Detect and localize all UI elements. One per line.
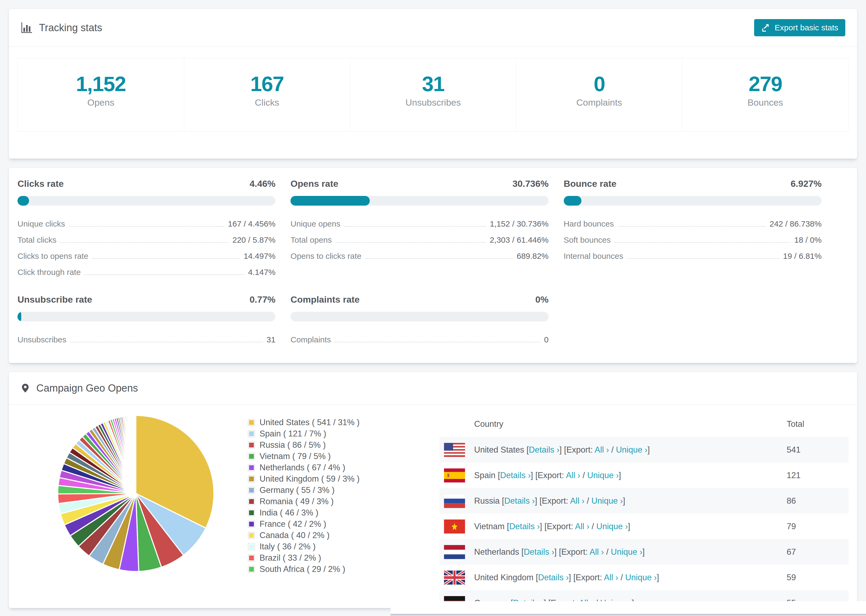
stat-unsubscribes: 31Unsubscribes [350, 58, 516, 131]
export-all-link[interactable]: All › [595, 445, 609, 454]
details-link[interactable]: Details › [524, 547, 554, 556]
stat-value-unsubscribes: 31 [350, 72, 516, 95]
metric-total-clicks: Total clicks220 / 5.87% [17, 232, 276, 248]
geo-pie-chart[interactable] [9, 405, 216, 574]
metric-soft-bounces: Soft bounces18 / 0% [564, 232, 822, 248]
metric-complaints: Complaints0 [290, 332, 548, 348]
metric-label: Clicks to opens rate [17, 251, 88, 261]
flag-vn-icon [444, 520, 465, 533]
country-cell: United Kingdom [Details ›] [Export: All … [465, 573, 787, 582]
legend-label: Spain ( 121 / 7% ) [260, 429, 326, 438]
export-all-link[interactable]: All › [566, 471, 580, 480]
metric-value: 2,303 / 61.446% [490, 236, 549, 245]
metric-unique-opens: Unique opens1,152 / 30.736% [290, 216, 548, 232]
rate-title: Unsubscribe rate [17, 294, 92, 305]
stat-label-clicks: Clicks [184, 97, 350, 108]
metric-value: 31 [266, 335, 276, 344]
metric-unsubscribes: Unsubscribes31 [17, 332, 276, 348]
legend-swatch [248, 498, 255, 505]
legend-label: Germany ( 55 / 3% ) [260, 486, 335, 494]
tracking-stats-title: Tracking stats [39, 22, 102, 34]
metric-label: Unsubscribes [17, 335, 66, 344]
country-cell: Spain [Details ›] [Export: All › / Uniqu… [465, 471, 787, 480]
legend-swatch [248, 544, 255, 550]
geo-opens-title: Campaign Geo Opens [36, 382, 138, 394]
progress-fill [17, 312, 21, 321]
rate-value: 30.736% [512, 178, 548, 189]
country-cell: Russia [Details ›] [Export: All › / Uniq… [465, 496, 787, 506]
details-link[interactable]: Details › [500, 471, 531, 480]
legend-item-italy: Italy ( 36 / 2% ) [248, 542, 439, 551]
export-all-link[interactable]: All › [604, 573, 618, 582]
flag-gb-icon [444, 570, 465, 585]
geo-table: Country Total United States [Details ›] … [439, 405, 849, 608]
table-row-united-states: United States [Details ›] [Export: All ›… [439, 437, 849, 462]
total-cell: 541 [787, 445, 849, 455]
country-cell: Vietnam [Details ›] [Export: All › / Uni… [465, 522, 787, 531]
export-all-link[interactable]: All › [575, 522, 589, 531]
export-unique-link[interactable]: Unique › [596, 522, 628, 531]
geo-body: United States ( 541 / 31% )Spain ( 121 /… [9, 405, 857, 608]
dotted-leader [617, 226, 766, 226]
rate-title: Opens rate [290, 178, 339, 189]
column-header-total: Total [787, 419, 849, 429]
legend-swatch [248, 476, 255, 482]
export-basic-stats-button[interactable]: Export basic stats [754, 19, 845, 36]
legend-swatch [248, 487, 255, 493]
legend-swatch [248, 509, 255, 516]
legend-label: Netherlands ( 67 / 4% ) [260, 464, 345, 472]
dotted-leader [92, 258, 239, 259]
export-unique-link[interactable]: Unique › [616, 445, 647, 454]
legend-label: Canada ( 40 / 2% ) [260, 531, 329, 539]
legend-item-vietnam: Vietnam ( 79 / 5% ) [248, 452, 439, 460]
dotted-leader [85, 274, 244, 275]
metric-label: Complaints [290, 335, 331, 344]
total-cell: 86 [787, 496, 849, 506]
export-unique-link[interactable]: Unique › [591, 496, 623, 506]
geo-opens-card: Campaign Geo Opens United States ( 541 /… [9, 372, 857, 608]
bottom-overlay-panel [390, 601, 866, 616]
horizontal-scrollbar[interactable] [390, 614, 866, 616]
rate-title: Clicks rate [17, 178, 64, 189]
details-link[interactable]: Details › [509, 522, 540, 531]
legend-item-south-africa: South Africa ( 29 / 2% ) [248, 565, 439, 573]
geo-table-header: Country Total [439, 411, 849, 437]
export-unique-link[interactable]: Unique › [625, 573, 657, 582]
pie-svg[interactable] [55, 413, 216, 574]
rate-block-clicks-rate: Clicks rate4.46%Unique clicks167 / 4.456… [17, 178, 276, 280]
export-unique-link[interactable]: Unique › [611, 547, 642, 556]
legend-swatch [248, 555, 255, 561]
details-link[interactable]: Details › [504, 496, 535, 506]
legend-item-france: France ( 42 / 2% ) [248, 520, 439, 528]
total-cell: 59 [787, 573, 849, 582]
metric-value: 220 / 5.87% [232, 236, 276, 245]
dotted-leader [627, 258, 779, 259]
rate-block-bounce-rate: Bounce rate6.927%Hard bounces242 / 86.73… [564, 178, 822, 280]
metric-value: 4.147% [248, 268, 276, 277]
progress-bar-bounce-rate [564, 196, 822, 206]
details-link[interactable]: Details › [529, 445, 559, 454]
column-header-country: Country [439, 419, 787, 429]
legend-item-india: India ( 46 / 3% ) [248, 509, 439, 517]
rate-value: 6.927% [791, 178, 822, 189]
metric-label: Total clicks [17, 236, 57, 245]
legend-label: United Kingdom ( 59 / 3% ) [260, 475, 360, 483]
details-link[interactable]: Details › [538, 573, 569, 582]
metric-value: 1,152 / 30.736% [490, 219, 549, 228]
export-all-link[interactable]: All › [570, 496, 584, 506]
export-all-link[interactable]: All › [589, 547, 604, 556]
progress-fill [17, 196, 29, 206]
pie-slice-other-46[interactable] [135, 415, 136, 493]
export-unique-link[interactable]: Unique › [587, 471, 619, 480]
legend-label: Brazil ( 33 / 2% ) [260, 554, 321, 562]
metric-value: 14.497% [244, 251, 276, 261]
geo-legend: United States ( 541 / 31% )Spain ( 121 /… [216, 405, 439, 576]
metric-value: 0 [544, 335, 549, 344]
metric-value: 19 / 6.81% [783, 251, 822, 261]
stat-value-clicks: 167 [184, 72, 350, 95]
geo-opens-header: Campaign Geo Opens [9, 372, 857, 405]
total-cell: 79 [787, 522, 849, 531]
legend-swatch [248, 453, 255, 460]
dotted-leader [365, 258, 513, 259]
metric-label: Soft bounces [564, 236, 611, 245]
